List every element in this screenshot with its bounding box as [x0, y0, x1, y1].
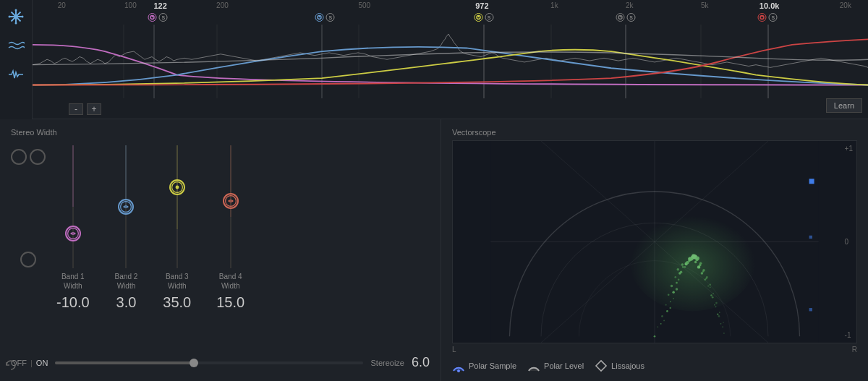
band3-power[interactable]: [474, 13, 482, 22]
svg-point-32: [121, 202, 132, 213]
band3-label: Band 3Width: [166, 272, 189, 291]
vector-title: Vectorscope: [452, 128, 857, 137]
bottom-controls: - +: [69, 103, 101, 115]
band2-value: 3.0: [116, 294, 137, 311]
band3-handle[interactable]: [169, 179, 185, 195]
freq-2k: 2k: [626, 1, 634, 9]
svg-point-63: [663, 320, 665, 322]
svg-rect-106: [596, 361, 606, 371]
band4-control: Band 4Width 15.0: [216, 145, 244, 311]
svg-point-60: [717, 313, 719, 315]
stereoize-slider[interactable]: [55, 361, 363, 364]
svg-point-100: [723, 322, 724, 323]
band4-label: Band 4Width: [219, 272, 242, 291]
svg-point-62: [723, 333, 725, 334]
band3-solo[interactable]: S: [485, 13, 493, 22]
svg-point-5: [15, 22, 17, 25]
stereoize-value: 6.0: [412, 355, 430, 370]
toggle-sep: |: [30, 359, 33, 367]
freq-100: 100: [124, 1, 137, 9]
stereo-bottom-bar: OFF | ON Stereoize 6.0: [11, 355, 430, 370]
toggle-on[interactable]: ON: [36, 359, 48, 367]
svg-point-4: [15, 9, 17, 12]
learn-button[interactable]: Learn: [826, 98, 862, 113]
circle-bottom[interactable]: [20, 252, 36, 267]
polar-level-icon: [527, 359, 540, 372]
band5-solo[interactable]: S: [769, 13, 778, 22]
svg-rect-103: [809, 236, 812, 239]
stereoize-label: Stereoize: [370, 359, 404, 367]
band2-solo[interactable]: S: [326, 13, 335, 22]
polar-sample-label: Polar Sample: [469, 361, 516, 370]
band3-control: Band 3Width 35.0: [163, 145, 191, 311]
band4-controls: S: [616, 13, 636, 22]
svg-point-61: [720, 323, 722, 325]
svg-point-7: [22, 16, 24, 18]
vector-legend: Polar Sample Polar Level Lissajous: [452, 359, 857, 372]
stereoize-thumb[interactable]: [190, 359, 198, 367]
band5-controls: S: [758, 13, 778, 22]
band2-controls: S: [315, 13, 335, 22]
vector-bottom-labels: L R: [452, 343, 857, 356]
band4-slider[interactable]: [230, 145, 231, 268]
svg-rect-104: [809, 308, 812, 311]
undo-icon[interactable]: [4, 358, 18, 375]
band3-slider[interactable]: [176, 145, 178, 268]
svg-point-105: [457, 369, 460, 372]
polar-level-label: Polar Level: [544, 361, 584, 370]
band4-power[interactable]: [616, 13, 625, 22]
band4-value: 15.0: [216, 294, 244, 311]
band1-handle[interactable]: [65, 226, 81, 241]
snowflake-icon[interactable]: [5, 6, 27, 27]
freq-5k: 5k: [701, 1, 709, 9]
label-plus1: +1: [845, 145, 853, 153]
band1-value: -10.0: [56, 294, 90, 311]
circle-pair[interactable]: [11, 149, 46, 165]
freq-20: 20: [58, 1, 66, 9]
waveform-icon[interactable]: [5, 64, 27, 85]
band2-control: Band 2Width 3.0: [115, 145, 138, 311]
eq-section: 20 100 122 200 500 972 1k 2k 5k 10.0k 20…: [0, 0, 868, 119]
circle-left[interactable]: [11, 149, 27, 165]
band1-label: Band 1Width: [61, 272, 85, 291]
legend-polar-sample[interactable]: Polar Sample: [452, 359, 516, 372]
polar-sample-icon: [452, 359, 465, 372]
svg-rect-102: [809, 179, 814, 184]
eq-canvas: 20 100 122 200 500 972 1k 2k 5k 10.0k 20…: [33, 0, 868, 119]
stereo-title: Stereo Width: [11, 128, 430, 137]
legend-polar-level[interactable]: Polar Level: [527, 359, 584, 372]
band4-handle[interactable]: [223, 193, 239, 209]
svg-point-101: [629, 210, 755, 312]
label-R: R: [852, 346, 857, 354]
svg-point-82: [657, 326, 658, 328]
circle-right[interactable]: [30, 149, 46, 165]
svg-point-81: [722, 326, 723, 328]
svg-point-80: [718, 315, 720, 317]
bottom-section: Stereo Width: [0, 119, 868, 381]
vector-right-labels: +1 0 -1: [845, 141, 853, 343]
lissajous-label: Lissajous: [611, 361, 644, 370]
freq-500: 500: [358, 1, 370, 9]
band1-power[interactable]: [148, 13, 157, 22]
band5-power[interactable]: [758, 13, 767, 22]
freq-20k: 20k: [840, 1, 851, 9]
band2-power[interactable]: [315, 13, 324, 22]
freq-200: 200: [216, 1, 229, 9]
bands-container: Band 1Width -10.0: [56, 145, 430, 311]
band4-solo[interactable]: S: [627, 13, 636, 22]
stereoize-fill: [55, 361, 194, 364]
freq-10k: 10.0k: [760, 1, 780, 10]
legend-lissajous[interactable]: Lissajous: [595, 359, 644, 372]
band1-solo[interactable]: S: [159, 13, 168, 22]
svg-point-43: [660, 323, 662, 325]
band2-handle[interactable]: [118, 199, 134, 215]
svg-point-99: [719, 312, 720, 313]
band1-slider[interactable]: [72, 145, 74, 268]
minus-button[interactable]: -: [69, 103, 83, 115]
freq-1k: 1k: [550, 1, 558, 9]
svg-point-31: [67, 228, 78, 239]
band3-value: 35.0: [163, 294, 191, 311]
waves-icon[interactable]: [5, 35, 27, 56]
band2-slider[interactable]: [125, 145, 127, 268]
plus-button[interactable]: +: [87, 103, 101, 115]
